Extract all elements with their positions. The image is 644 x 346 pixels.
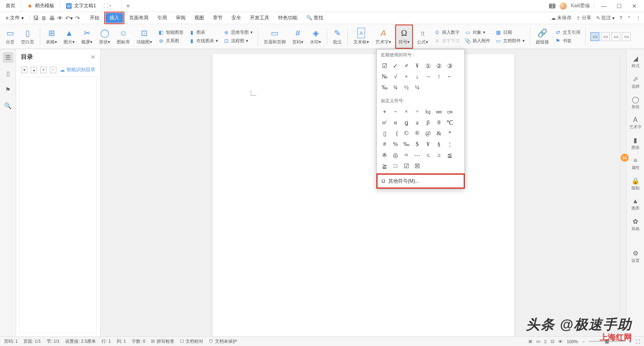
- symbol-cell[interactable]: ≧: [379, 161, 390, 171]
- symbol-cell[interactable]: ≈: [401, 150, 412, 161]
- redo-icon[interactable]: ↷: [75, 15, 80, 21]
- screenshot-button[interactable]: ✂截屏▾: [79, 25, 95, 48]
- tab-page-layout[interactable]: 页面布局: [125, 13, 153, 23]
- rb-shape[interactable]: ◯形状: [631, 94, 640, 111]
- page[interactable]: [213, 54, 514, 336]
- more-icon[interactable]: ⋮: [636, 15, 641, 21]
- symbol-cell[interactable]: ½: [401, 82, 412, 93]
- cross-reference-button[interactable]: ⇄交叉引用: [553, 29, 582, 36]
- tab-section[interactable]: 章节: [209, 13, 227, 23]
- symbol-cell[interactable]: β: [423, 117, 433, 128]
- symbol-cell[interactable]: ‰: [401, 139, 412, 150]
- symbol-cell[interactable]: ≥: [433, 150, 444, 161]
- attachment-button[interactable]: 📎插入附件: [463, 37, 492, 45]
- file-menu[interactable]: ≡文件▾: [3, 14, 26, 22]
- status-section[interactable]: 节: 1/1: [47, 338, 60, 344]
- help-icon[interactable]: ?: [619, 15, 622, 21]
- comment-button[interactable]: ✎批注: [330, 25, 344, 48]
- outline-icon[interactable]: ☰: [3, 52, 13, 63]
- share-button[interactable]: ⇪分享: [576, 14, 591, 21]
- symbol-cell[interactable]: ÷: [412, 106, 423, 117]
- tab-review[interactable]: 审阅: [172, 13, 190, 23]
- annotate-button[interactable]: ✎批注▾: [596, 14, 615, 21]
- tab-references[interactable]: 引用: [153, 13, 171, 23]
- rb-wordart[interactable]: A艺术字: [629, 115, 642, 132]
- zoom-value[interactable]: 100%: [567, 339, 578, 344]
- symbol-cell[interactable]: ≦: [444, 150, 455, 161]
- symbol-cell[interactable]: ✓: [390, 60, 401, 71]
- symbol-cell[interactable]: ㎏: [423, 106, 433, 117]
- symbol-cell[interactable]: ☑: [379, 60, 390, 71]
- symbol-cell[interactable]: ※: [379, 150, 390, 161]
- symbol-cell[interactable]: θ: [433, 117, 444, 128]
- document-area[interactable]: [101, 49, 626, 336]
- symbol-cell[interactable]: －: [390, 106, 401, 117]
- bookmark-nav-icon[interactable]: ⚑: [3, 84, 13, 95]
- save-as-icon[interactable]: 🗎: [41, 15, 47, 21]
- collapse-ribbon-icon[interactable]: ⌃: [627, 15, 631, 21]
- symbol-cell[interactable]: ↑: [433, 71, 444, 82]
- rb-gallery[interactable]: ▲图库: [631, 196, 640, 213]
- wordart-button[interactable]: A艺术字▾: [373, 25, 394, 48]
- nav-expand-icon[interactable]: ▾: [21, 67, 27, 73]
- smart-toc-button[interactable]: ☁智能识别目录: [60, 66, 95, 73]
- view-mode-3[interactable]: ▭: [611, 32, 620, 41]
- undo-icon[interactable]: ↶▾: [65, 15, 73, 21]
- symbol-cell[interactable]: %: [390, 139, 401, 150]
- status-proofing[interactable]: ☐文档校对: [180, 338, 203, 344]
- header-footer-button[interactable]: ▭页眉和页脚: [261, 25, 288, 48]
- nav-remove-icon[interactable]: −: [50, 67, 56, 73]
- tab-features[interactable]: 特色功能: [274, 13, 301, 23]
- symbol-cell[interactable]: ×: [401, 106, 412, 117]
- symbol-cell[interactable]: □: [390, 161, 401, 171]
- status-page[interactable]: 页面: 1/1: [23, 338, 41, 344]
- search-nav-icon[interactable]: 🔍: [3, 101, 13, 111]
- symbol-cell[interactable]: §: [433, 139, 444, 150]
- symbol-cell[interactable]: ③: [444, 60, 455, 71]
- view-mode-2[interactable]: ▭: [601, 32, 610, 41]
- symbol-cell[interactable]: $: [412, 139, 423, 150]
- symbol-cell[interactable]: ⋯: [412, 150, 423, 161]
- rb-settings[interactable]: ⚙设置: [631, 248, 640, 265]
- tab-document[interactable]: W文字文稿1 ⛶ •: [60, 0, 122, 12]
- rb-property[interactable]: ≡属性: [631, 155, 640, 172]
- blank-page-button[interactable]: ▯空白页: [19, 25, 37, 48]
- symbol-cell[interactable]: №: [379, 71, 390, 82]
- close-button[interactable]: ✕: [629, 3, 640, 9]
- zoom-slider[interactable]: [589, 341, 625, 342]
- view-focus-icon[interactable]: 👁: [558, 339, 563, 344]
- symbol-cell[interactable]: &: [433, 128, 444, 139]
- view-read-icon[interactable]: ⊡: [551, 339, 554, 344]
- view-outline-icon[interactable]: ⊞: [528, 339, 532, 344]
- page-icon[interactable]: ▯: [3, 68, 13, 79]
- symbol-cell[interactable]: ®: [412, 128, 423, 139]
- rb-select[interactable]: ⬀选择: [631, 74, 640, 91]
- symbol-cell[interactable]: √: [390, 71, 401, 82]
- symbol-cell[interactable]: ≠: [401, 60, 412, 71]
- object-button[interactable]: ▭对象▾: [463, 29, 492, 36]
- status-line[interactable]: 行: 1: [101, 338, 111, 344]
- tab-docer[interactable]: ◆稻壳模板: [21, 0, 60, 12]
- textbox-button[interactable]: A文本框▾: [351, 25, 372, 48]
- symbol-cell[interactable]: @: [423, 128, 433, 139]
- symbol-cell[interactable]: ②: [433, 60, 444, 71]
- symbol-cell[interactable]: ɡ: [401, 117, 412, 128]
- doc-parts-button[interactable]: ▭文档部件▾: [493, 37, 526, 45]
- symbol-cell[interactable]: ¾: [390, 82, 401, 93]
- symbol-cell[interactable]: #: [379, 139, 390, 150]
- add-tab-button[interactable]: +: [122, 2, 134, 10]
- drop-cap-button[interactable]: A首字下沉: [432, 37, 461, 45]
- symbol-cell[interactable]: ¥: [423, 139, 433, 150]
- online-chart-button[interactable]: ▮在线图表▾: [187, 37, 220, 45]
- symbol-cell[interactable]: ◎: [390, 150, 401, 161]
- bookmark-button[interactable]: ⚑书签: [553, 37, 582, 45]
- view-mode-1[interactable]: ▭: [590, 32, 599, 41]
- status-protect[interactable]: ⛉文档未保护: [209, 338, 237, 344]
- score-badge[interactable]: 84: [621, 154, 629, 162]
- tab-insert[interactable]: 插入: [105, 13, 123, 23]
- zoom-out-button[interactable]: −: [582, 339, 584, 344]
- status-col[interactable]: 列: 1: [117, 338, 126, 344]
- notification-badge[interactable]: 1: [549, 4, 555, 8]
- symbol-cell[interactable]: ¼: [412, 82, 423, 93]
- unsaved-button[interactable]: ☁未保存: [551, 14, 572, 21]
